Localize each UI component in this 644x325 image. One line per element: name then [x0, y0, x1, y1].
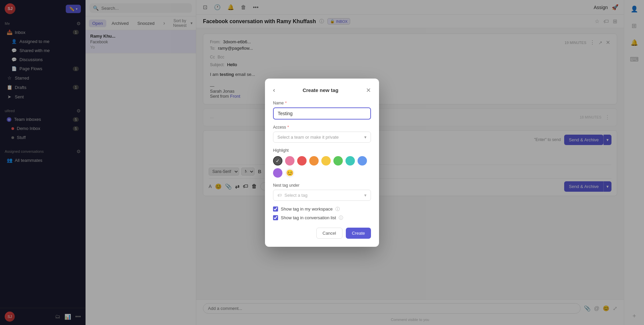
show-workspace-info-icon[interactable]: ⓘ — [335, 206, 340, 212]
show-conversation-row: Show tag in conversation list ⓘ — [273, 215, 371, 221]
show-workspace-checkbox[interactable] — [273, 206, 278, 212]
swatch-red[interactable] — [297, 156, 307, 166]
checkbox-group: Show tag in my workspace ⓘ Show tag in c… — [273, 206, 371, 221]
access-chevron-icon: ▾ — [364, 135, 367, 140]
name-required: * — [285, 101, 287, 105]
swatch-dark[interactable]: ✓ — [273, 156, 282, 166]
highlight-section: Highlight ✓ 😊 — [273, 148, 371, 178]
modal-back-button[interactable]: ‹ — [273, 87, 275, 94]
nest-select[interactable]: 🏷 Select a tag ▾ — [273, 190, 371, 201]
modal-close-button[interactable]: ✕ — [366, 87, 371, 94]
access-select[interactable]: Select a team or make it private ▾ — [273, 132, 371, 143]
access-required: * — [287, 125, 289, 130]
cancel-button[interactable]: Cancel — [316, 228, 342, 239]
nest-label: Nest tag under — [273, 183, 371, 188]
name-input[interactable] — [273, 107, 371, 120]
nest-chevron-icon: ▾ — [364, 193, 367, 198]
show-workspace-label: Show tag in my workspace — [281, 206, 333, 212]
access-placeholder: Select a team or make it private — [277, 135, 339, 140]
name-form-group: Name * — [273, 101, 371, 120]
modal-actions: Cancel Create — [273, 228, 371, 239]
access-label: Access * — [273, 125, 371, 130]
show-conversation-info-icon[interactable]: ⓘ — [339, 215, 343, 221]
swatch-orange[interactable] — [309, 156, 319, 166]
highlight-label: Highlight — [273, 148, 371, 153]
swatch-yellow[interactable] — [321, 156, 331, 166]
modal-header: ‹ Create new tag ✕ — [273, 87, 371, 94]
swatch-teal[interactable] — [345, 156, 355, 166]
create-tag-modal: ‹ Create new tag ✕ Name * Access * Selec… — [265, 79, 379, 247]
access-form-group: Access * Select a team or make it privat… — [273, 125, 371, 143]
swatch-pink[interactable] — [285, 156, 294, 166]
show-conversation-label: Show tag in conversation list — [281, 215, 336, 220]
swatch-green[interactable] — [333, 156, 343, 166]
name-label: Name * — [273, 101, 371, 105]
nest-section: Nest tag under 🏷 Select a tag ▾ — [273, 183, 371, 201]
nest-tag-icon: 🏷 — [277, 193, 282, 198]
create-button[interactable]: Create — [346, 228, 371, 239]
color-swatches: ✓ 😊 — [273, 156, 371, 178]
show-workspace-row: Show tag in my workspace ⓘ — [273, 206, 371, 212]
modal-overlay: ‹ Create new tag ✕ Name * Access * Selec… — [0, 0, 644, 325]
modal-title: Create new tag — [303, 87, 338, 93]
nest-placeholder: Select a tag — [284, 193, 308, 198]
swatch-blue[interactable] — [358, 156, 367, 166]
swatch-emoji[interactable]: 😊 — [285, 168, 294, 178]
swatch-purple[interactable] — [273, 168, 282, 178]
show-conversation-checkbox[interactable] — [273, 215, 278, 220]
